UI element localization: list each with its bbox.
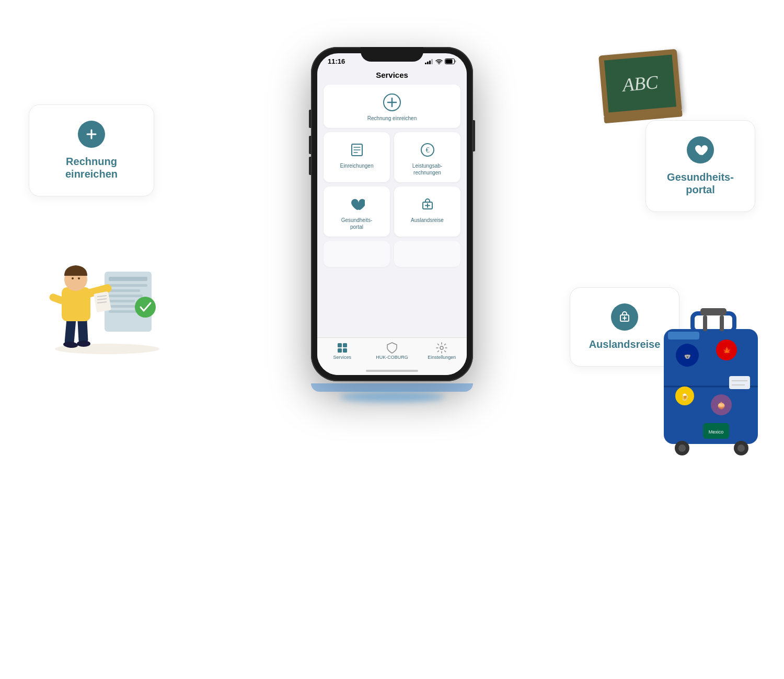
tab-bar: Services HUK-COBURG Einstellungen: [317, 337, 467, 375]
tab-services-icon: [337, 342, 348, 354]
service-row-3: [324, 241, 460, 267]
svg-rect-53: [425, 63, 426, 64]
screen-content: Rechnung einreichen: [317, 85, 467, 375]
rechnung-einreichen-icon: [78, 121, 105, 148]
screen-title: Services: [317, 67, 467, 85]
tab-einstellungen-label: Einstellungen: [428, 355, 456, 360]
callout-gesundheitsportal: Gesundheits- portal: [645, 120, 755, 212]
service-card-auslandsreise[interactable]: Auslandsreise: [394, 186, 460, 237]
phone-mockup: 11:16: [311, 47, 473, 402]
svg-point-57: [439, 63, 440, 64]
service-row-1: Einreichungen € Leistungsab-rechnungen: [324, 132, 460, 182]
svg-point-21: [77, 341, 90, 347]
svg-rect-34: [720, 315, 724, 331]
svg-rect-50: [729, 376, 750, 389]
tab-huk-icon: [387, 342, 397, 354]
battery-icon: [445, 58, 456, 64]
person-illustration: [16, 230, 193, 355]
svg-point-36: [678, 444, 686, 452]
svg-rect-14: [62, 287, 90, 321]
callout-rechnung-label: Rechnung einreichen: [42, 155, 141, 180]
service-card-leistungsabrechnungen[interactable]: € Leistungsab-rechnungen: [394, 132, 460, 182]
tab-einstellungen[interactable]: Einstellungen: [417, 342, 467, 360]
einreichungen-icon: [348, 141, 366, 159]
svg-text:Mexico: Mexico: [709, 429, 724, 435]
chalkboard-text: ABC: [621, 71, 659, 96]
tab-huk-label: HUK-COBURG: [376, 355, 408, 360]
svg-point-19: [78, 277, 80, 279]
phone-notch: [361, 47, 423, 62]
svg-rect-75: [338, 348, 342, 353]
svg-point-38: [737, 444, 745, 452]
tab-huk[interactable]: HUK-COBURG: [367, 342, 417, 360]
service-card-rechnung[interactable]: Rechnung einreichen: [324, 85, 460, 128]
svg-rect-55: [429, 61, 431, 64]
svg-rect-4: [109, 277, 147, 281]
phone-shell: 11:16: [311, 47, 473, 381]
svg-rect-8: [109, 300, 135, 302]
svg-rect-32: [700, 308, 727, 315]
auslandsreise-service-icon: [418, 195, 437, 214]
leistungsabrechnungen-label: Leistungsab-rechnungen: [412, 162, 442, 176]
status-time: 11:16: [328, 57, 345, 65]
signal-icon: [425, 59, 433, 64]
callout-rechnung-einreichen: Rechnung einreichen: [29, 104, 154, 196]
svg-text:€: €: [425, 146, 429, 154]
svg-rect-59: [455, 61, 456, 63]
gesundheitsportal-service-label: Gesundheits-portal: [341, 217, 372, 230]
svg-text:🍺: 🍺: [681, 393, 689, 401]
svg-rect-33: [703, 315, 707, 331]
svg-rect-74: [343, 343, 347, 347]
service-card-einreichungen[interactable]: Einreichungen: [324, 132, 390, 182]
rechnung-icon: [383, 93, 401, 112]
svg-point-18: [72, 277, 74, 279]
svg-rect-6: [109, 289, 140, 292]
svg-rect-73: [338, 343, 342, 347]
svg-rect-5: [109, 284, 147, 287]
svg-rect-30: [693, 313, 734, 332]
service-row-2: Gesundheits-portal A: [324, 186, 460, 237]
gesundheitsportal-service-icon: [348, 195, 366, 214]
phone-base-area: [311, 383, 473, 402]
auslandsreise-icon: [611, 303, 638, 331]
gesundheitsportal-icon: [687, 136, 714, 163]
svg-rect-76: [343, 348, 347, 353]
auslandsreise-service-label: Auslandsreise: [411, 217, 444, 224]
leistungsabrechnungen-icon: €: [418, 141, 437, 159]
svg-rect-54: [427, 62, 429, 64]
svg-rect-60: [446, 60, 453, 64]
service-card-partial-1: [324, 241, 390, 267]
einreichungen-label: Einreichungen: [340, 162, 374, 169]
service-card-gesundheitsportal[interactable]: Gesundheits-portal: [324, 186, 390, 237]
svg-text:🐨: 🐨: [684, 353, 691, 360]
svg-text:🧅: 🧅: [717, 401, 726, 410]
tab-services[interactable]: Services: [317, 342, 367, 360]
svg-point-77: [440, 346, 443, 349]
phone-shadow: [340, 392, 444, 402]
rechnung-label: Rechnung einreichen: [367, 115, 417, 122]
home-indicator: [366, 370, 418, 372]
callout-gesundheitsportal-label: Gesundheits- portal: [656, 171, 744, 196]
status-icons: [425, 58, 456, 64]
wifi-icon: [435, 59, 443, 64]
suitcase-illustration: 🐨 🍁 🍺 🧅 Mexico: [653, 303, 774, 470]
phone-screen: 11:16: [317, 53, 467, 375]
svg-point-11: [135, 297, 156, 318]
service-card-partial-2: [394, 241, 460, 267]
svg-rect-56: [431, 59, 433, 64]
svg-rect-10: [109, 310, 137, 313]
tab-services-label: Services: [333, 355, 351, 360]
tab-einstellungen-icon: [436, 342, 447, 354]
services-grid: Rechnung einreichen: [317, 85, 467, 267]
svg-rect-49: [668, 332, 699, 340]
phone-base-blue: [311, 383, 473, 392]
svg-text:🍁: 🍁: [722, 346, 732, 355]
callout-auslandsreise-label: Auslandsreise: [589, 338, 661, 350]
svg-rect-7: [109, 295, 143, 297]
chalkboard-illustration: ABC: [598, 49, 682, 119]
